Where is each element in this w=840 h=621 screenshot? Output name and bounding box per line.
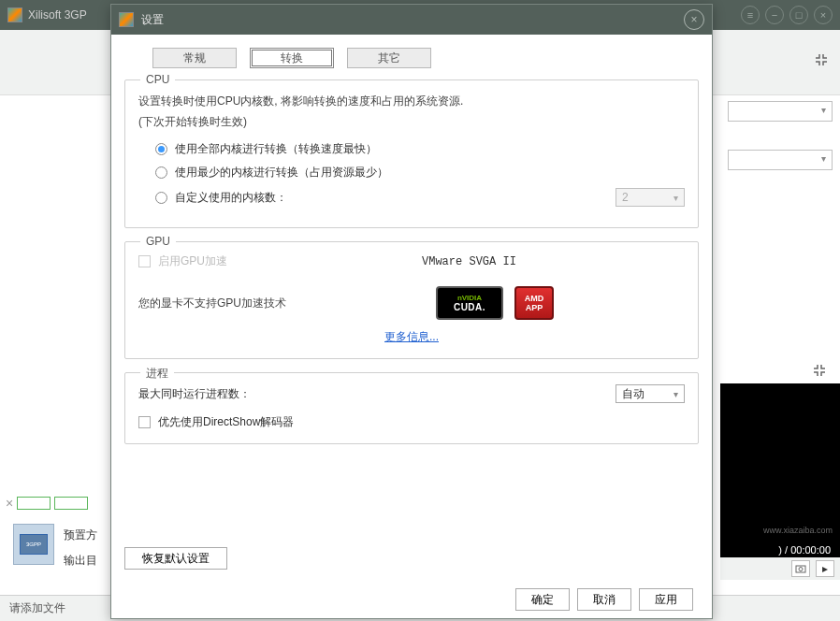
cpu-option-min[interactable]: 使用最少的内核进行转换（占用资源最少） (155, 165, 685, 181)
nvidia-label: nVIDIA (457, 294, 482, 302)
cpu-desc-line1: 设置转换时使用CPU内核数, 将影响转换的速度和占用的系统资源. (138, 92, 685, 112)
video-controls: ▸ (720, 557, 840, 580)
maximize-icon[interactable]: □ (789, 6, 808, 24)
panel-expand-icon[interactable] (812, 363, 827, 381)
amd-label: AMD (525, 294, 544, 303)
apply-button[interactable]: 应用 (639, 588, 693, 611)
dialog-app-icon (119, 12, 134, 27)
cpu-opt-min-label: 使用最少的内核进行转换（占用资源最少） (175, 165, 388, 181)
gpu-legend: GPU (140, 235, 176, 248)
preset-row: 3GPP 预置方 输出目 (13, 524, 97, 569)
right-dropdown-1[interactable] (728, 101, 833, 122)
cpu-core-select: 2 (616, 188, 685, 207)
cpu-opt-all-label: 使用全部内核进行转换（转换速度最快） (175, 141, 377, 157)
dialog-close-icon[interactable]: × (684, 9, 704, 30)
cpu-option-all[interactable]: 使用全部内核进行转换（转换速度最快） (155, 141, 685, 157)
nvidia-cuda-badge: nVIDIA CUDA. (436, 286, 503, 320)
source-tab-1[interactable] (17, 497, 51, 510)
cpu-core-value: 2 (622, 191, 629, 204)
gpu-unsupported-text: 您的显卡不支持GPU加速技术 (138, 295, 307, 312)
tab-general[interactable]: 常规 (152, 48, 237, 68)
directshow-row[interactable]: 优先使用DirectShow解码器 (138, 414, 685, 430)
ok-button[interactable]: 确定 (515, 588, 570, 611)
directshow-checkbox[interactable] (138, 416, 151, 428)
cpu-legend: CPU (140, 73, 175, 86)
max-process-label: 最大同时运行进程数： (138, 386, 251, 402)
gpu-info-row: 您的显卡不支持GPU加速技术 nVIDIA CUDA. AMD APP (138, 286, 685, 320)
amd-app-label: APP (526, 303, 543, 312)
tab-convert[interactable]: 转换 (250, 48, 334, 68)
tab-other[interactable]: 其它 (347, 48, 431, 68)
status-text: 请添加文件 (9, 600, 65, 616)
right-panel (728, 94, 840, 198)
cpu-opt-custom-label: 自定义使用的内核数： (175, 190, 287, 206)
dialog-titlebar: 设置 × (111, 5, 712, 35)
close-tab-icon[interactable]: × (6, 496, 13, 511)
source-tabs: × (6, 496, 88, 511)
more-info-link[interactable]: 更多信息... (384, 330, 439, 343)
right-dropdown-2[interactable] (728, 150, 833, 170)
process-legend: 进程 (140, 366, 174, 382)
minimize-icon[interactable]: − (765, 6, 784, 24)
amd-app-badge: AMD APP (514, 286, 554, 320)
cpu-desc-line2: (下次开始转换时生效) (138, 112, 685, 133)
dialog-tabs: 常规 转换 其它 (152, 48, 699, 68)
preset-icon[interactable]: 3GPP (13, 524, 54, 565)
snapshot-icon[interactable] (791, 560, 810, 577)
directshow-label: 优先使用DirectShow解码器 (158, 414, 294, 430)
gpu-enable-label: 启用GPU加速 (158, 253, 227, 269)
gpu-enable-row: 启用GPU加速 VMware SVGA II (138, 253, 685, 269)
cancel-button[interactable]: 取消 (577, 588, 631, 611)
output-label: 输出目 (64, 553, 97, 569)
cuda-label: CUDA. (454, 302, 485, 312)
video-preview: www.xiazaiba.com ) / 00:00:00 ▸ (720, 383, 840, 580)
cpu-option-custom[interactable]: 自定义使用的内核数： 2 (155, 188, 685, 207)
svg-point-1 (799, 568, 803, 571)
max-process-value: 自动 (622, 386, 644, 402)
dialog-body: 常规 转换 其它 CPU 设置转换时使用CPU内核数, 将影响转换的速度和占用的… (111, 35, 712, 618)
gpu-logos: nVIDIA CUDA. AMD APP (436, 286, 554, 320)
gpu-more-info: 更多信息... (138, 329, 685, 345)
gpu-group: GPU 启用GPU加速 VMware SVGA II 您的显卡不支持GPU加速技… (124, 241, 699, 359)
gpu-enable-checkbox (138, 255, 151, 267)
preset-label: 预置方 (64, 527, 97, 543)
restore-defaults-button[interactable]: 恢复默认设置 (124, 547, 227, 570)
close-icon[interactable]: × (814, 6, 833, 24)
gpu-device-name: VMware SVGA II (422, 255, 516, 268)
radio-icon[interactable] (155, 143, 167, 155)
window-controls: ≡ − □ × (741, 6, 833, 24)
app-icon (7, 7, 22, 22)
expand-video-icon[interactable]: ▸ (816, 560, 834, 577)
process-group: 进程 最大同时运行进程数： 自动 优先使用DirectShow解码器 (124, 372, 699, 444)
dialog-title: 设置 (141, 12, 164, 28)
watermark: www.xiazaiba.com (763, 526, 833, 535)
settings-dialog: 设置 × 常规 转换 其它 CPU 设置转换时使用CPU内核数, 将影响转换的速… (110, 4, 713, 619)
source-tab-2[interactable] (54, 497, 88, 510)
cpu-description: 设置转换时使用CPU内核数, 将影响转换的速度和占用的系统资源. (下次开始转换… (138, 92, 685, 132)
settings-icon[interactable]: ≡ (741, 6, 760, 24)
main-title: Xilisoft 3GP (28, 8, 87, 22)
dialog-footer: 恢复默认设置 确定 取消 应用 (124, 536, 699, 611)
expand-icon[interactable] (814, 52, 829, 67)
max-process-select[interactable]: 自动 (616, 384, 685, 403)
max-process-row: 最大同时运行进程数： 自动 (138, 384, 685, 403)
video-time: ) / 00:00:00 (778, 544, 831, 556)
cpu-group: CPU 设置转换时使用CPU内核数, 将影响转换的速度和占用的系统资源. (下次… (124, 79, 699, 228)
radio-icon[interactable] (155, 192, 167, 204)
radio-icon[interactable] (155, 166, 167, 179)
